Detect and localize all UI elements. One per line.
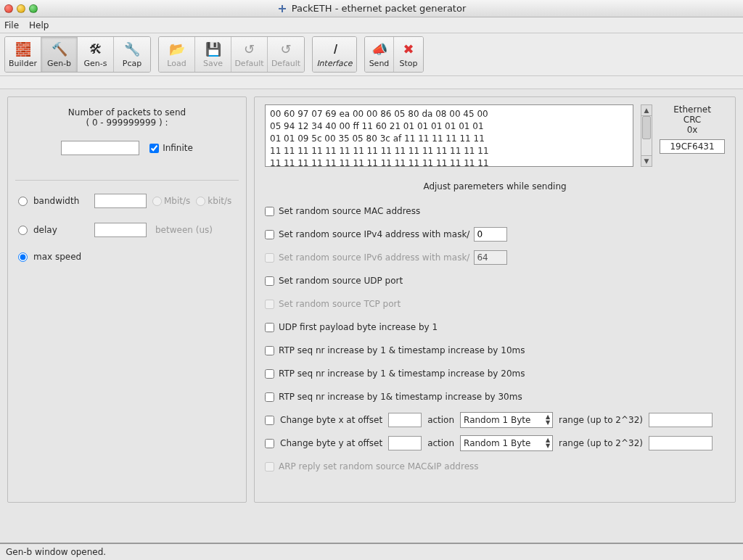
change-y-label: Change byte y at offset	[280, 438, 382, 448]
status-bar: Gen-b window opened.	[0, 543, 743, 560]
action-x-label: action	[427, 415, 454, 425]
folder-open-icon: 📂	[169, 41, 185, 57]
toolbar-stop-button[interactable]: ✖ Stop	[394, 37, 423, 72]
window-titlebar: PackETH - ethernet packet generator	[0, 0, 743, 17]
toolbar-default2-button[interactable]: ↺ Default	[268, 37, 304, 72]
spinner-arrows-icon: ▲▼	[546, 437, 550, 449]
params-title: Adjust paremeters while sending	[265, 181, 725, 192]
range-x-label: range (up to 2^32)	[559, 415, 643, 425]
action-y-select[interactable]: Random 1 Byte ▲▼	[460, 435, 553, 451]
packets-label-2: ( 0 - 999999999 ) :	[18, 118, 236, 128]
ipv6-mask-input	[474, 250, 507, 265]
packets-label-1: Number of packets to send	[18, 107, 236, 118]
close-window-button[interactable]	[4, 4, 13, 13]
interface-icon: I	[327, 41, 342, 57]
reset-icon: ↺	[278, 41, 294, 57]
rtp30-label: RTP seq nr increase by 1& timestamp incr…	[279, 392, 522, 402]
delay-after-label: between (us)	[155, 225, 213, 235]
random-ipv6-label: Set random source IPv6 address with mask…	[279, 252, 469, 263]
rtp20-label: RTP seq nr increase by 1 & timestamp inc…	[279, 368, 525, 379]
rtp30-checkbox[interactable]	[265, 392, 274, 402]
bandwidth-input[interactable]	[94, 194, 147, 208]
udp-payload-checkbox[interactable]	[265, 323, 274, 332]
wrench-icon: 🔧	[124, 41, 140, 57]
offset-y-input[interactable]	[388, 436, 422, 450]
scroll-down-button[interactable]: ▼	[641, 155, 652, 166]
random-ipv4-checkbox[interactable]	[265, 230, 274, 239]
random-ipv4-label: Set random source IPv4 address with mask…	[279, 229, 469, 239]
left-panel: Number of packets to send ( 0 - 99999999…	[7, 96, 247, 503]
delay-label: delay	[33, 225, 89, 235]
toolbar-interface-button[interactable]: I Interface	[313, 37, 356, 72]
toolbar-load-button[interactable]: 📂 Load	[159, 37, 195, 72]
toolbar-strip	[0, 76, 743, 89]
infinite-checkbox[interactable]	[149, 144, 159, 153]
change-y-checkbox[interactable]	[265, 439, 274, 448]
spinner-arrows-icon: ▲▼	[546, 414, 550, 426]
delay-radio[interactable]	[18, 226, 28, 235]
toolbar-pcap-button[interactable]: 🔧 Pcap	[114, 37, 150, 72]
scroll-thumb[interactable]	[642, 116, 651, 139]
app-icon	[277, 4, 287, 14]
minimize-window-button[interactable]	[17, 4, 25, 13]
arp-reply-label: ARP reply set random source MAC&IP addre…	[279, 461, 479, 472]
change-x-checkbox[interactable]	[265, 416, 274, 425]
udp-payload-label: UDP first payload byte increase by 1	[279, 322, 438, 332]
reset-icon: ↺	[242, 41, 258, 57]
random-mac-checkbox[interactable]	[265, 207, 274, 216]
random-mac-label: Set random source MAC address	[279, 206, 420, 216]
range-x-input[interactable]	[649, 413, 713, 427]
rtp10-checkbox[interactable]	[265, 346, 274, 355]
bandwidth-radio[interactable]	[18, 197, 28, 206]
status-text: Gen-b window opened.	[6, 547, 106, 557]
toolbar-gens-button[interactable]: 🛠 Gen-s	[78, 37, 114, 72]
action-x-select[interactable]: Random 1 Byte ▲▼	[460, 412, 553, 428]
window-title: PackETH - ethernet packet generator	[292, 3, 467, 14]
rtp10-label: RTP seq nr increase by 1 & timestamp inc…	[279, 345, 525, 355]
infinite-label: Infinite	[163, 143, 193, 153]
menu-help[interactable]: Help	[29, 20, 49, 30]
action-y-label: action	[427, 438, 454, 448]
stop-icon: ✖	[401, 41, 416, 57]
tools-icon: 🛠	[88, 41, 104, 57]
bandwidth-label: bandwidth	[33, 196, 89, 206]
range-y-label: range (up to 2^32)	[559, 438, 643, 448]
builder-icon: 🧱	[15, 41, 31, 57]
send-icon: 📣	[372, 41, 387, 57]
zoom-window-button[interactable]	[29, 4, 38, 13]
delay-input[interactable]	[94, 223, 147, 237]
random-udp-checkbox[interactable]	[265, 276, 274, 286]
rtp20-checkbox[interactable]	[265, 369, 274, 379]
ipv4-mask-input[interactable]	[474, 227, 507, 242]
offset-x-input[interactable]	[388, 413, 422, 427]
crc-label-ethernet: Ethernet	[660, 104, 725, 115]
floppy-icon: 💾	[205, 41, 221, 57]
toolbar-default1-button[interactable]: ↺ Default	[231, 37, 268, 72]
arp-reply-checkbox	[265, 462, 274, 472]
hammer-icon: 🔨	[52, 41, 67, 57]
window-controls	[4, 4, 38, 13]
packets-input[interactable]	[61, 141, 139, 155]
packet-hex-view: 00 60 97 07 69 ea 00 00 86 05 80 da 08 0…	[265, 104, 633, 167]
range-y-input[interactable]	[649, 436, 713, 450]
kbit-radio	[196, 197, 205, 206]
mbit-radio	[152, 197, 162, 206]
crc-label-crc: CRC	[660, 115, 725, 125]
scroll-up-button[interactable]: ▲	[641, 105, 652, 116]
crc-value: 19CF6431	[660, 139, 725, 154]
menu-file[interactable]: File	[4, 20, 19, 30]
toolbar-send-button[interactable]: 📣 Send	[365, 37, 394, 72]
maxspeed-label: max speed	[33, 252, 89, 262]
random-tcp-label: Set random source TCP port	[279, 299, 401, 309]
toolbar-save-button[interactable]: 💾 Save	[195, 37, 231, 72]
maxspeed-radio[interactable]	[18, 252, 28, 262]
menu-bar: File Help	[0, 17, 743, 33]
toolbar-genb-button[interactable]: 🔨 Gen-b	[41, 37, 78, 72]
random-udp-label: Set random source UDP port	[279, 276, 403, 286]
random-tcp-checkbox	[265, 300, 274, 309]
right-panel: 00 60 97 07 69 ea 00 00 86 05 80 da 08 0…	[254, 96, 736, 503]
toolbar-builder-button[interactable]: 🧱 Builder	[5, 37, 41, 72]
toolbar: 🧱 Builder 🔨 Gen-b 🛠 Gen-s 🔧 Pcap 📂 Load …	[0, 33, 743, 76]
hex-scrollbar[interactable]: ▲ ▼	[641, 104, 652, 167]
change-x-label: Change byte x at offset	[280, 415, 382, 425]
